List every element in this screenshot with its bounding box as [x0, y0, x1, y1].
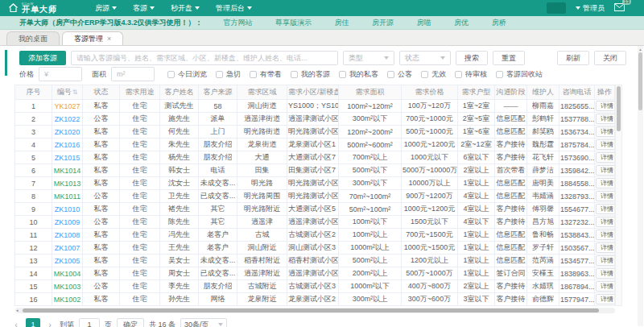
detail-button[interactable]: 详情: [596, 268, 615, 279]
filter-checkbox[interactable]: 我的客源: [291, 69, 330, 80]
table-row[interactable]: 14 MK1004 私客 住宅 周女士 已成交客... 逍遥津附近 逍遥津测试小…: [15, 267, 615, 280]
tab[interactable]: 我的桌面: [6, 31, 60, 45]
mini-logo[interactable]: [547, 2, 566, 14]
column-header[interactable]: 需求价格: [402, 85, 458, 100]
column-header[interactable]: 需求区域: [237, 85, 287, 100]
customer-code-link[interactable]: ZK1022: [55, 115, 80, 123]
filter-checkbox[interactable]: 待审核: [455, 69, 487, 80]
customer-code-link[interactable]: ZK1005: [55, 257, 80, 265]
notice-link[interactable]: 房桥: [492, 19, 506, 27]
scroll-up-arrow[interactable]: ▴: [638, 47, 643, 52]
search-button[interactable]: 搜索: [456, 51, 488, 65]
detail-button[interactable]: 详情: [596, 217, 615, 227]
reset-button[interactable]: 重置: [493, 51, 525, 65]
column-header[interactable]: 编号⇅: [52, 85, 83, 100]
notice-link[interactable]: 房优: [454, 19, 469, 27]
close-panel-button[interactable]: 关闭: [594, 51, 626, 65]
filter-checkbox[interactable]: 今日浏览: [167, 69, 207, 80]
table-row[interactable]: 8 MK1011 公客 住宅 卫先生 已成交客... 明光路周围 明光路测试小区…: [15, 190, 615, 203]
customer-code-link[interactable]: ZK1015: [55, 154, 80, 162]
table-row[interactable]: 15 MK1003 公客 住宅 李先生 朋友介绍 古城附近 古城测试小区3； 1…: [15, 280, 615, 293]
detail-button[interactable]: 详情: [596, 242, 615, 253]
customer-code-link[interactable]: MK1011: [54, 192, 80, 201]
table-vertical-scrollbar[interactable]: [615, 85, 622, 306]
notice-link[interactable]: 尊享版演示: [275, 19, 312, 27]
customer-code-link[interactable]: MK1004: [54, 270, 81, 278]
next-page-button[interactable]: ›: [45, 321, 55, 327]
close-icon[interactable]: ×: [107, 35, 111, 43]
customer-code-link[interactable]: MK1002: [54, 296, 81, 304]
price-input[interactable]: [39, 67, 82, 81]
scrollbar-thumb[interactable]: [617, 86, 621, 131]
table-row[interactable]: 2 ZK1022 公客 住宅 施先生 派单 逍遥津街道 逍遥津测试小区7； 30…: [15, 113, 615, 126]
column-header[interactable]: 需求户型: [458, 85, 495, 100]
table-row[interactable]: 16 MK1002 私客 住宅 孙先生 网络 龙泉附近 龙泉测试小区2； 300…: [15, 293, 615, 306]
customer-code-link[interactable]: ZK1010: [55, 205, 80, 213]
refresh-button[interactable]: 刷新: [557, 51, 589, 65]
column-header[interactable]: 咨询电话: [559, 85, 595, 100]
nav-menu-item[interactable]: 秒开盘: [171, 3, 200, 14]
customer-code-link[interactable]: MK1013: [54, 180, 81, 188]
nav-menu-item[interactable]: 管理后台: [216, 3, 252, 14]
table-row[interactable]: 11 ZK1008 私客 住宅 冯先生 老客户 古城 古城测试小区2； 100m…: [15, 229, 615, 242]
table-row[interactable]: 6 MK1014 私客 住宅 韩女士 电话 田集 田集测试小区7； 500m²以…: [15, 164, 615, 177]
search-input[interactable]: [71, 51, 338, 65]
customer-code-link[interactable]: ZK1016: [55, 141, 80, 149]
customer-code-link[interactable]: ZK1009: [55, 218, 80, 226]
page-number-button[interactable]: 1: [26, 318, 40, 327]
column-header[interactable]: 维护人: [527, 85, 559, 100]
goto-confirm-button[interactable]: 确定: [117, 318, 144, 327]
table-row[interactable]: 3 ZK1020 私客 住宅 何先生 上门 明光路街道 明光路测试小区7； 12…: [15, 126, 615, 139]
column-header[interactable]: 客户来源: [199, 85, 237, 100]
detail-button[interactable]: 详情: [596, 165, 615, 176]
customer-code-link[interactable]: YK1027: [54, 102, 80, 110]
table-row[interactable]: 7 MK1013 私客 住宅 沈女士 未成交客... 明光路 明光路测试小区6；…: [15, 177, 615, 190]
column-header[interactable]: 需求小区/新楼盘: [287, 85, 339, 100]
table-row[interactable]: 10 ZK1009 公客 住宅 陈先生 其它 逍遥津 逍遥津测试小区6； 100…: [15, 216, 615, 229]
filter-checkbox[interactable]: 急切: [216, 69, 241, 80]
filter-checkbox[interactable]: 客源回收站: [496, 69, 543, 80]
app-logo[interactable]: KCmW 开单大师: [8, 2, 82, 14]
table-horizontal-scrollbar[interactable]: ◂: [15, 308, 615, 313]
sort-icon[interactable]: ⇅: [72, 89, 78, 96]
detail-button[interactable]: 详情: [596, 191, 615, 201]
messages-button[interactable]: 13: [614, 3, 625, 13]
detail-button[interactable]: 详情: [596, 255, 615, 266]
notice-link[interactable]: 房喵: [417, 19, 431, 27]
scrollbar-thumb[interactable]: [23, 308, 599, 313]
column-header[interactable]: 状态: [83, 85, 120, 100]
page-size-select[interactable]: 30条/页: [180, 318, 227, 327]
notice-link[interactable]: 官方网站: [224, 19, 253, 27]
column-header[interactable]: 需求面积: [339, 85, 402, 100]
detail-button[interactable]: 详情: [596, 114, 615, 124]
nav-menu-item[interactable]: 房源: [95, 3, 117, 14]
filter-checkbox[interactable]: 我的私客: [339, 69, 378, 80]
column-header[interactable]: 序号: [15, 85, 52, 100]
detail-button[interactable]: 详情: [596, 126, 615, 137]
scroll-left-arrow[interactable]: ◂: [16, 308, 19, 313]
add-customer-button[interactable]: 添加客源: [19, 51, 66, 65]
detail-button[interactable]: 详情: [596, 294, 615, 304]
scrollbar-thumb[interactable]: [638, 52, 642, 110]
filter-checkbox[interactable]: 有带看: [250, 69, 282, 80]
customer-code-link[interactable]: ZK1008: [55, 231, 80, 239]
column-header[interactable]: 需求用途: [120, 85, 160, 100]
table-row[interactable]: 1 YK1027 私客 住宅 测试先生 58 洞山街道 YS1000；YS100…: [15, 100, 615, 113]
detail-button[interactable]: 详情: [596, 204, 615, 214]
customer-code-link[interactable]: ZK1020: [55, 128, 80, 136]
detail-button[interactable]: 详情: [596, 152, 615, 163]
notice-link[interactable]: 房开源: [372, 19, 394, 27]
type-select[interactable]: 类型: [343, 51, 394, 65]
column-header[interactable]: 沟通阶段: [495, 85, 527, 100]
customer-code-link[interactable]: MK1003: [54, 283, 81, 291]
detail-button[interactable]: 详情: [596, 281, 615, 292]
user-menu[interactable]: 管理员: [576, 3, 605, 14]
filter-checkbox[interactable]: 公客: [387, 69, 412, 80]
area-input[interactable]: [111, 67, 155, 81]
column-header[interactable]: 操作: [595, 85, 615, 100]
status-select[interactable]: 状态: [399, 51, 451, 65]
customer-code-link[interactable]: ZK1007: [55, 244, 80, 252]
prev-page-button[interactable]: ‹: [11, 321, 21, 327]
table-row[interactable]: 4 ZK1016 私客 住宅 朱先生 朋友介绍 龙泉街道 龙泉测试小区1； 50…: [15, 139, 615, 151]
goto-page-input[interactable]: [79, 318, 100, 327]
